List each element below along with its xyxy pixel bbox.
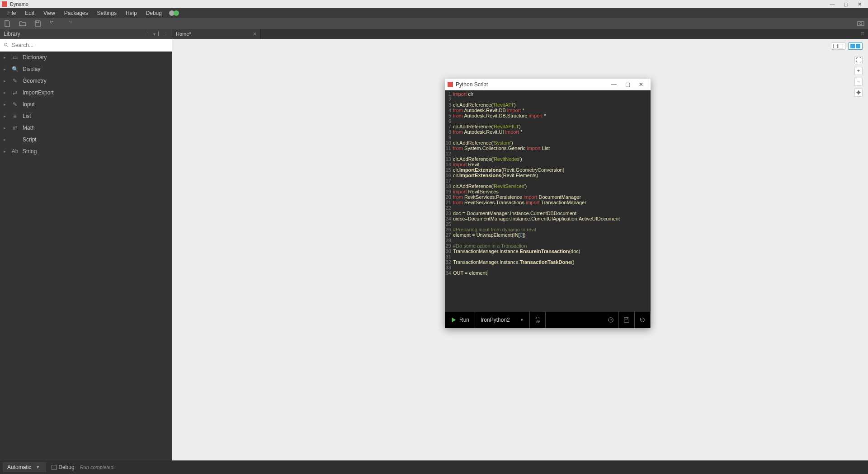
checkbox-icon <box>52 465 57 470</box>
zoom-in-button[interactable]: + <box>854 67 863 75</box>
library-item-display[interactable]: ▸ 🔍 Display <box>0 63 172 75</box>
library-title: Library <box>4 31 20 37</box>
view-mode-3d-button[interactable] <box>831 42 845 50</box>
window-close-button[interactable]: ✕ <box>853 1 866 7</box>
run-mode-dropdown[interactable]: Automatic ▼ <box>3 462 46 472</box>
dict-icon: ▭ <box>11 54 19 61</box>
status-message: Run completed. <box>80 465 115 470</box>
python-title-bar[interactable]: Python Script — ▢ ✕ <box>445 79 651 90</box>
python-close-button[interactable]: ✕ <box>634 81 648 88</box>
library-divider-icon <box>148 32 151 36</box>
library-item-geometry[interactable]: ▸ ✎ Geometry <box>0 75 172 87</box>
math-icon: x² <box>11 125 19 131</box>
new-file-button[interactable] <box>4 20 11 27</box>
python-help-button[interactable]: ? <box>603 312 619 328</box>
python-maximize-button[interactable]: ▢ <box>621 81 634 88</box>
chevron-down-icon: ▼ <box>36 465 40 469</box>
library-item-label: List <box>23 113 31 119</box>
library-filter-icon[interactable]: ▾ <box>153 32 156 37</box>
library-item-label: Math <box>23 125 35 131</box>
menu-packages[interactable]: Packages <box>60 8 93 18</box>
window-minimize-button[interactable]: — <box>826 1 839 7</box>
python-window-title: Python Script <box>456 81 488 88</box>
library-item-input[interactable]: ▸ ✎ Input <box>0 99 172 110</box>
redo-button[interactable] <box>65 20 72 27</box>
chevron-right-icon: ▸ <box>4 79 8 83</box>
canvas-menu-icon[interactable]: ≡ <box>857 30 868 38</box>
chevron-right-icon: ▸ <box>4 114 8 118</box>
graph-canvas[interactable]: ⛶ + − ✥ Python Script — ▢ ✕ 1import clr2… <box>172 39 868 460</box>
library-panel: Library ▾ ⋮ ▸ ▭ Dictionary▸ 🔍 Display▸ ✎… <box>0 29 172 460</box>
library-search-row <box>0 39 172 52</box>
screenshot-button[interactable] <box>857 20 864 27</box>
canvas-tab-home[interactable]: Home* ✕ <box>172 29 261 39</box>
debug-checkbox[interactable]: Debug <box>52 464 74 470</box>
library-item-importexport[interactable]: ▸ ⇄ ImportExport <box>0 87 172 99</box>
chevron-right-icon: ▸ <box>4 149 8 154</box>
view-mode-graph-button[interactable] <box>848 42 863 50</box>
undo-button[interactable] <box>50 20 57 27</box>
menu-debug[interactable]: Debug <box>142 8 166 18</box>
library-item-dictionary[interactable]: ▸ ▭ Dictionary <box>0 52 172 63</box>
io-icon: ⇄ <box>11 89 19 96</box>
save-file-button[interactable] <box>34 20 42 27</box>
library-item-label: Script <box>23 136 37 143</box>
tab-label: Home* <box>176 31 191 37</box>
python-run-button[interactable]: Run <box>445 312 475 328</box>
chevron-right-icon: ▸ <box>4 137 8 142</box>
window-title-bar: Dynamo — ▢ ✕ <box>0 0 868 8</box>
status-bar: Automatic ▼ Debug Run completed. <box>0 460 868 474</box>
svg-text:?: ? <box>610 319 612 322</box>
main-toolbar <box>0 18 868 29</box>
library-search-input[interactable] <box>12 42 168 48</box>
close-tab-icon[interactable]: ✕ <box>253 31 257 37</box>
chevron-right-icon: ▸ <box>4 90 8 95</box>
app-logo-icon <box>2 1 7 7</box>
menu-edit[interactable]: Edit <box>20 8 39 18</box>
chevron-down-icon: ▼ <box>520 318 524 322</box>
svg-text:2 3: 2 3 <box>536 319 539 322</box>
library-item-label: String <box>23 148 37 155</box>
string-icon: Ab <box>11 148 19 155</box>
menu-help[interactable]: Help <box>121 8 142 18</box>
chevron-right-icon: ▸ <box>4 102 8 107</box>
status-dot-ok-icon <box>174 10 179 16</box>
menu-bar: File Edit View Packages Settings Help De… <box>0 8 868 18</box>
open-file-button[interactable] <box>19 20 26 27</box>
python-window-logo-icon <box>448 82 453 87</box>
list-icon: ≡ <box>11 113 19 119</box>
fit-view-button[interactable]: ⛶ <box>854 56 863 64</box>
menu-settings[interactable]: Settings <box>93 8 121 18</box>
python-code-editor[interactable]: 1import clr2 3clr.AddReference('RevitAPI… <box>445 90 651 312</box>
python-engine-dropdown[interactable]: IronPython2 ▼ <box>475 312 530 328</box>
window-maximize-button[interactable]: ▢ <box>839 1 853 7</box>
debug-label: Debug <box>58 464 74 470</box>
canvas-area: Home* ✕ ≡ ⛶ + − ✥ <box>172 29 868 460</box>
library-item-label: ImportExport <box>23 89 54 96</box>
library-item-label: Display <box>23 66 40 72</box>
run-status-indicator <box>169 10 179 16</box>
python-footer: Run IronPython2 ▼ 2 3 ? <box>445 312 651 328</box>
python-minimize-button[interactable]: — <box>607 81 621 88</box>
library-item-math[interactable]: ▸ x² Math <box>0 122 172 134</box>
zoom-out-button[interactable]: − <box>854 78 863 86</box>
run-mode-label: Automatic <box>7 464 31 470</box>
python-save-button[interactable] <box>619 312 635 328</box>
chevron-right-icon: ▸ <box>4 67 8 71</box>
engine-label: IronPython2 <box>481 317 510 323</box>
library-menu-icon[interactable]: ⋮ <box>164 32 168 37</box>
canvas-tab-bar: Home* ✕ ≡ <box>172 29 868 39</box>
library-item-label: Dictionary <box>23 54 47 61</box>
python-revert-button[interactable] <box>635 312 651 328</box>
library-item-script[interactable]: ▸ Script <box>0 134 172 145</box>
menu-view[interactable]: View <box>39 8 60 18</box>
python-convert-button[interactable]: 2 3 <box>530 312 546 328</box>
library-item-list[interactable]: ▸ ≡ List <box>0 110 172 122</box>
svg-point-1 <box>860 23 862 25</box>
library-item-label: Geometry <box>23 78 47 84</box>
pan-button[interactable]: ✥ <box>854 89 863 97</box>
library-item-label: Input <box>23 101 35 108</box>
library-header: Library ▾ ⋮ <box>0 29 172 39</box>
menu-file[interactable]: File <box>3 8 20 18</box>
library-item-string[interactable]: ▸ Ab String <box>0 145 172 157</box>
